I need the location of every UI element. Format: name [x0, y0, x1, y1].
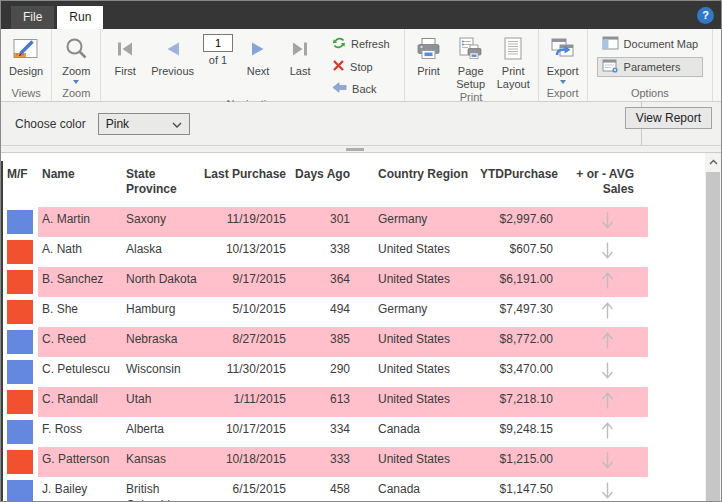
tab-run[interactable]: Run: [57, 6, 103, 29]
scrollbar-thumb[interactable]: [706, 172, 720, 501]
page-setup-label: Page Setup: [455, 65, 487, 91]
column-header-name: Name: [38, 161, 124, 207]
previous-page-button[interactable]: Previous: [146, 31, 199, 98]
options-buttons: Document Map Parameters: [591, 31, 710, 87]
ribbon-group-print: Print: [405, 29, 539, 101]
page-number-input[interactable]: [203, 34, 233, 52]
zoom-dropdown-icon[interactable]: [73, 80, 79, 84]
column-header-mf: M/F: [2, 161, 38, 207]
back-button[interactable]: Back: [327, 79, 395, 98]
last-purchase-cell: 11/19/2015: [202, 207, 294, 237]
trend-cell: [566, 387, 648, 417]
table-row[interactable]: G. Patterson Kansas 10/18/2015 333 Unite…: [2, 447, 648, 477]
group-label-options: Options: [588, 87, 713, 101]
last-page-label: Last: [290, 65, 311, 78]
table-row[interactable]: B. She Hamburg 5/10/2015 494 Germany $7,…: [2, 297, 648, 327]
name-cell: A. Martin: [38, 207, 124, 237]
ytd-cell: $9,248.15: [480, 417, 566, 447]
first-page-button[interactable]: First: [104, 31, 146, 98]
table-row[interactable]: C. Petulescu Wisconsin 11/30/2015 290 Un…: [2, 357, 648, 387]
table-row[interactable]: B. Sanchez North Dakota 9/17/2015 364 Un…: [2, 267, 648, 297]
ribbon-group-views: Design Views: [1, 29, 52, 101]
last-purchase-cell: 10/13/2015: [202, 237, 294, 267]
vertical-scrollbar[interactable]: [705, 153, 721, 501]
mf-cell: [2, 477, 38, 501]
mf-color-box: [7, 420, 33, 444]
ribbon-group-navigation: First Previous of 1: [101, 29, 404, 101]
parameters-label: Parameters: [624, 61, 681, 73]
parameters-splitter[interactable]: [1, 146, 721, 153]
last-purchase-cell: 9/17/2015: [202, 267, 294, 297]
table-row[interactable]: A. Nath Alaska 10/13/2015 338 United Sta…: [2, 237, 648, 267]
last-purchase-cell: 8/27/2015: [202, 327, 294, 357]
parameters-bar: Choose color Pink View Report: [1, 102, 721, 146]
export-label: Export: [547, 65, 579, 78]
last-purchase-cell: 10/18/2015: [202, 447, 294, 477]
export-dropdown-icon[interactable]: [560, 80, 566, 84]
print-button[interactable]: Print: [408, 31, 450, 91]
group-label-find: Find: [713, 87, 722, 101]
navigation-small-buttons: Refresh Stop: [321, 31, 401, 98]
days-ago-cell: 613: [294, 387, 356, 417]
last-purchase-cell: 10/17/2015: [202, 417, 294, 447]
zoom-button[interactable]: Zoom: [55, 31, 97, 87]
days-ago-cell: 494: [294, 297, 356, 327]
mf-color-box: [7, 210, 33, 234]
report-table: M/F Name State Province Last Purchase Da…: [1, 161, 648, 501]
trend-arrow-icon: [601, 241, 614, 260]
table-row[interactable]: F. Ross Alberta 10/17/2015 334 Canada $9…: [2, 417, 648, 447]
trend-cell: [566, 417, 648, 447]
name-cell: C. Reed: [38, 327, 124, 357]
report-viewport: M/F Name State Province Last Purchase Da…: [1, 153, 721, 501]
trend-arrow-icon: [601, 481, 614, 500]
help-icon[interactable]: ?: [697, 7, 714, 24]
parameters-button[interactable]: Parameters: [597, 57, 704, 77]
table-row[interactable]: A. Martin Saxony 11/19/2015 301 Germany …: [2, 207, 648, 237]
magnifier-icon: [63, 33, 89, 65]
page-setup-icon: [457, 33, 484, 65]
previous-page-label: Previous: [151, 65, 194, 78]
design-button[interactable]: Design: [4, 31, 48, 87]
next-page-button[interactable]: Next: [237, 31, 279, 98]
trend-arrow-icon: [601, 391, 614, 410]
days-ago-cell: 290: [294, 357, 356, 387]
last-purchase-cell: 5/10/2015: [202, 297, 294, 327]
group-label-zoom: Zoom: [52, 87, 100, 101]
state-cell: Utah: [124, 387, 202, 417]
tab-file[interactable]: File: [11, 6, 54, 29]
column-header-last-purchase: Last Purchase: [202, 161, 294, 207]
state-cell: North Dakota: [124, 267, 202, 297]
document-map-label: Document Map: [624, 38, 699, 50]
first-page-icon: [114, 33, 136, 65]
country-cell: Germany: [356, 297, 480, 327]
page-number-control: of 1: [199, 31, 237, 98]
last-page-button[interactable]: Last: [279, 31, 321, 98]
print-layout-button[interactable]: Print Layout: [492, 31, 535, 91]
page-setup-button[interactable]: Page Setup: [450, 31, 492, 91]
scroll-up-icon[interactable]: [705, 153, 721, 171]
color-select[interactable]: Pink: [98, 113, 190, 135]
stop-button[interactable]: Stop: [327, 57, 395, 76]
last-purchase-cell: 6/15/2015: [202, 477, 294, 501]
ytd-cell: $7,497.30: [480, 297, 566, 327]
table-row[interactable]: J. Bailey British Columbia 6/15/2015 458…: [2, 477, 648, 501]
choose-color-label: Choose color: [15, 117, 86, 131]
trend-cell: [566, 447, 648, 477]
zoom-label: Zoom: [62, 65, 90, 78]
state-cell: British Columbia: [124, 477, 202, 501]
export-button[interactable]: Export: [542, 31, 584, 87]
group-label-export: Export: [539, 87, 587, 101]
ytd-cell: $7,218.10: [480, 387, 566, 417]
document-map-button[interactable]: Document Map: [597, 34, 704, 54]
table-row[interactable]: C. Randall Utah 1/11/2015 613 United Sta…: [2, 387, 648, 417]
view-report-button[interactable]: View Report: [625, 107, 712, 129]
table-row[interactable]: C. Reed Nebraska 8/27/2015 385 United St…: [2, 327, 648, 357]
mf-color-box: [7, 390, 33, 414]
mf-color-box: [7, 300, 33, 324]
ytd-cell: $1,147.50: [480, 477, 566, 501]
print-layout-icon: [501, 33, 525, 65]
next-page-icon: [247, 33, 269, 65]
parameters-icon: [602, 59, 619, 75]
mf-color-box: [7, 330, 33, 354]
refresh-button[interactable]: Refresh: [327, 34, 395, 54]
